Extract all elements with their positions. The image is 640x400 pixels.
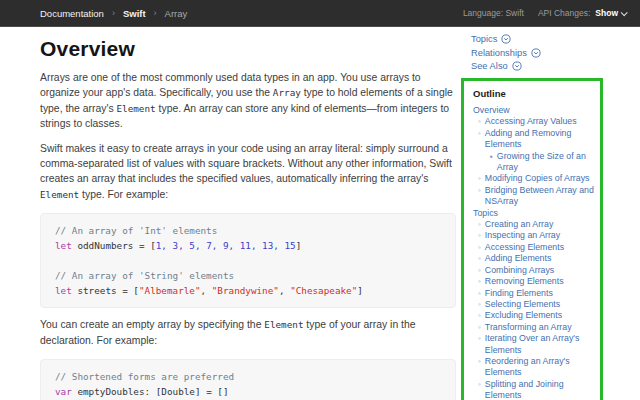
- outline-item[interactable]: ◦Accessing Array Values: [473, 116, 594, 127]
- code-token: let: [55, 285, 72, 296]
- code-token: let: [55, 240, 72, 251]
- code-listing: // Shortened forms are preferredvar empt…: [40, 359, 456, 400]
- outline-link: Accessing Elements: [485, 242, 564, 253]
- outline-link: Selecting Elements: [485, 299, 560, 310]
- bullet-icon: ◦: [478, 185, 481, 196]
- toggle-label: See Also: [471, 61, 508, 71]
- outline-item[interactable]: ◦Adding Elements: [473, 253, 594, 264]
- inline-code: Element: [40, 189, 79, 200]
- sidebar-toggle-topics[interactable]: Topics: [471, 34, 609, 44]
- bullet-icon: ◦: [478, 116, 481, 127]
- api-changes-value: Show: [595, 8, 618, 18]
- code-line: [55, 253, 441, 268]
- outline-link: Combining Arrays: [485, 265, 554, 276]
- inline-code: Element: [116, 103, 155, 114]
- bullet-icon: ◦: [478, 128, 481, 139]
- breadcrumb-swift[interactable]: Swift: [123, 8, 146, 19]
- code-token: 1, 3, 5, 7, 9, 11, 13, 15: [156, 240, 296, 251]
- outline-item[interactable]: ◦Accessing Elements: [473, 242, 594, 253]
- outline-item[interactable]: ◦Bridging Between Array and NSArray: [473, 185, 594, 208]
- code-token: streets = [: [72, 285, 139, 296]
- language-value: Swift: [505, 8, 523, 18]
- outline-item[interactable]: ◦Iterating Over an Array's Elements: [473, 333, 594, 356]
- outline-item[interactable]: ◦Inspecting an Array: [473, 230, 594, 241]
- code-line: let oddNumbers = [1, 3, 5, 7, 9, 11, 13,…: [55, 238, 441, 253]
- text-run: You can create an empty array by specify…: [40, 319, 264, 330]
- bullet-icon: ▪: [490, 151, 493, 162]
- top-navigation-bar: Documentation › Swift › Array Language: …: [0, 0, 640, 27]
- outline-link: Adding Elements: [485, 253, 552, 264]
- text-run: type. For example:: [79, 189, 168, 200]
- bullet-icon: ◦: [478, 288, 481, 299]
- bullet-icon: ◦: [478, 265, 481, 276]
- outline-item[interactable]: ◦Splitting and Joining Elements: [473, 379, 594, 400]
- sidebar-toggle-relationships[interactable]: Relationships: [471, 48, 609, 58]
- text-run: Swift makes it easy to create arrays in …: [40, 143, 452, 185]
- outline-link: Adding and Removing Elements: [485, 128, 594, 151]
- outline-link: Removing Elements: [485, 276, 564, 287]
- outline-title: Outline: [473, 88, 594, 99]
- outline-item[interactable]: ◦Excluding Elements: [473, 310, 594, 321]
- code-line: // An array of 'Int' elements: [55, 223, 441, 238]
- api-changes-control[interactable]: API Changes: Show: [538, 8, 626, 18]
- paragraph: You can create an empty array by specify…: [40, 317, 456, 348]
- bullet-icon: ◦: [478, 276, 481, 287]
- code-token: // An array of 'String' elements: [55, 270, 234, 281]
- toggle-label: Topics: [471, 34, 497, 44]
- outline-item[interactable]: ◦Finding Elements: [473, 288, 594, 299]
- outline-link: Inspecting an Array: [485, 230, 560, 241]
- code-token: ]: [296, 240, 302, 251]
- breadcrumb-documentation[interactable]: Documentation: [40, 8, 104, 19]
- outline-link: Splitting and Joining Elements: [485, 379, 594, 400]
- outline-item[interactable]: Topics: [473, 208, 594, 219]
- article-content: Overview Arrays are one of the most comm…: [40, 27, 456, 400]
- outline-item[interactable]: ▪Growing the Size of an Array: [473, 151, 594, 174]
- language-selector[interactable]: Language: Swift: [463, 8, 524, 18]
- outline-item[interactable]: ◦Removing Elements: [473, 276, 594, 287]
- code-token: "Chesapeake": [290, 285, 357, 296]
- page-title: Overview: [40, 37, 456, 61]
- outline-link: Finding Elements: [485, 288, 553, 299]
- code-token: ,: [279, 285, 290, 296]
- bullet-icon: ◦: [478, 173, 481, 184]
- outline-item[interactable]: ◦Modifying Copies of Arrays: [473, 173, 594, 184]
- bullet-icon: ◦: [478, 333, 481, 344]
- code-token: // An array of 'Int' elements: [55, 225, 217, 236]
- outline-item[interactable]: ◦Transforming an Array: [473, 322, 594, 333]
- chevron-circle-icon: [531, 48, 541, 58]
- outline-link: Modifying Copies of Arrays: [485, 173, 590, 184]
- outline-link: Excluding Elements: [485, 310, 562, 321]
- sidebar-toggle-see-also[interactable]: See Also: [471, 61, 609, 71]
- outline-item[interactable]: ◦Combining Arrays: [473, 265, 594, 276]
- breadcrumb: Documentation › Swift › Array: [40, 8, 187, 19]
- outline-item[interactable]: Overview: [473, 105, 594, 116]
- code-token: ,: [201, 285, 212, 296]
- on-page-sidebar: Topics Relationships See Also Outline Ov…: [461, 27, 609, 400]
- language-label: Language:: [463, 8, 503, 18]
- code-listing: // An array of 'Int' elementslet oddNumb…: [40, 213, 456, 308]
- chevron-down-icon: [621, 9, 628, 16]
- code-token: oddNumbers = [: [72, 240, 156, 251]
- inline-code: Element: [264, 319, 303, 330]
- outline-link: Overview: [473, 105, 510, 116]
- outline-item[interactable]: ◦Selecting Elements: [473, 299, 594, 310]
- section-toggles: Topics Relationships See Also: [461, 27, 609, 71]
- outline-link: Bridging Between Array and NSArray: [485, 185, 594, 208]
- breadcrumb-separator-icon: ›: [112, 8, 115, 18]
- bullet-icon: ◦: [478, 253, 481, 264]
- code-line: // An array of 'String' elements: [55, 268, 441, 283]
- code-token: "Brandywine": [212, 285, 279, 296]
- outline-item[interactable]: ◦Creating an Array: [473, 219, 594, 230]
- bullet-icon: ◦: [478, 242, 481, 253]
- outline-link: Topics: [473, 208, 498, 219]
- outline-link: Iterating Over an Array's Elements: [485, 333, 594, 356]
- outline-link: Reordering an Array's Elements: [485, 356, 594, 379]
- outline-item[interactable]: ◦Adding and Removing Elements: [473, 128, 594, 151]
- paragraph: Arrays are one of the most commonly used…: [40, 70, 456, 132]
- bullet-icon: ◦: [478, 299, 481, 310]
- chevron-circle-icon: [512, 61, 522, 71]
- breadcrumb-separator-icon: ›: [154, 8, 157, 18]
- outline-item[interactable]: ◦Reordering an Array's Elements: [473, 356, 594, 379]
- api-changes-label: API Changes:: [538, 8, 590, 18]
- chevron-circle-icon: [501, 34, 511, 44]
